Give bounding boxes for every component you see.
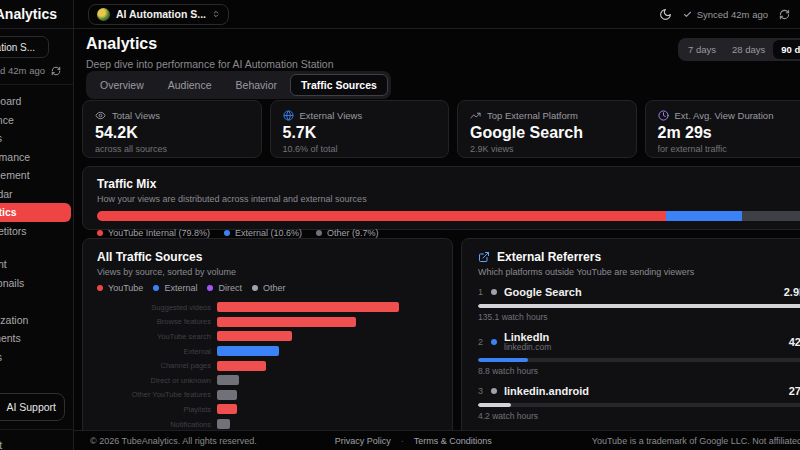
referrer-row: 2 LinkedInlinkedin.com 428 8.8 watch hou…: [478, 331, 800, 376]
referrer-bar: [478, 403, 800, 407]
stat-sub: for external traffic: [658, 144, 800, 154]
sidebar-item-optimization[interactable]: Optimization: [0, 311, 71, 330]
platform-dot: [491, 339, 497, 345]
referrer-row: 3 linkedin.android 272 4.2 watch hours: [478, 385, 800, 421]
traffic-mix-bar: [97, 211, 800, 221]
referrer-bar: [478, 304, 800, 308]
sidebar-item-videos[interactable]: Videos: [0, 129, 71, 148]
referrers-subtitle: Which platforms outside YouTube are send…: [478, 267, 800, 277]
mix-segment-external: [666, 211, 742, 221]
range-90-days[interactable]: 90 days: [773, 40, 800, 59]
sync-text: Synced 42m ago: [697, 9, 768, 20]
tab-overview[interactable]: Overview: [89, 74, 155, 96]
sidebar-item-performance[interactable]: Performance: [0, 148, 71, 167]
sidebar-item-engagement[interactable]: Engagement: [0, 166, 71, 185]
chart-bar: [217, 361, 266, 371]
sidebar-item-comments[interactable]: Comments: [0, 329, 71, 348]
all-sources-subtitle: Views by source, sorted by volume: [97, 267, 438, 277]
sidebar-item-logout[interactable]: Logout: [0, 436, 71, 450]
stat-label: Ext. Avg. View Duration: [675, 110, 774, 121]
range-7-days[interactable]: 7 days: [680, 40, 724, 59]
ai-support-button[interactable]: AI Support: [0, 393, 65, 421]
sidebar-item-thumbnails[interactable]: Thumbnails: [0, 274, 71, 293]
legend-item: External: [153, 283, 197, 293]
range-28-days[interactable]: 28 days: [724, 40, 773, 59]
sidebar-item-content[interactable]: Content: [0, 255, 71, 274]
sidebar-item-dashboard[interactable]: Dashboard: [0, 92, 71, 111]
referrer-bar: [478, 358, 800, 362]
tab-traffic-sources[interactable]: Traffic Sources: [290, 74, 388, 96]
legend-dot: [153, 285, 159, 291]
stat-value: 2m 29s: [658, 124, 800, 142]
tab-behavior[interactable]: Behavior: [225, 74, 288, 96]
all-sources-legend: YouTube External Direct Other: [97, 283, 438, 293]
sidebar-item-calendar[interactable]: Calendar: [0, 185, 71, 204]
mix-segment-youtube-internal: [97, 211, 666, 221]
stat-value: Google Search: [470, 124, 624, 142]
sidebar-item-analytics[interactable]: Analytics: [0, 203, 71, 222]
sidebar-nav: Dashboard Audience Videos Performance En…: [0, 92, 73, 385]
stat-card-external-views: External Views 5.7K 10.6% of total: [270, 100, 450, 158]
legend-item: Direct: [207, 283, 242, 293]
terms-link[interactable]: Terms & Conditions: [414, 436, 492, 446]
stat-value: 5.7K: [283, 124, 437, 142]
chart-row: YouTube search: [97, 329, 438, 344]
stat-label: External Views: [300, 110, 363, 121]
mix-segment-other: [742, 211, 800, 221]
chart-row: Direct or unknown: [97, 373, 438, 388]
legend-dot: [207, 285, 213, 291]
sidebar-item-competitors[interactable]: Competitors: [0, 222, 71, 241]
chart-row: Suggested videos: [97, 300, 438, 315]
stat-sub: across all sources: [95, 144, 249, 154]
chart-row: External: [97, 344, 438, 359]
chart-row: Other YouTube features: [97, 388, 438, 403]
sidebar-divider: [0, 84, 73, 85]
legend-dot: [224, 230, 230, 236]
chart-row: Browse features: [97, 315, 438, 330]
sidebar-section-gap: [0, 240, 73, 255]
traffic-mix-title: Traffic Mix: [97, 177, 800, 191]
legend-dot: [316, 230, 322, 236]
legend-dot: [252, 285, 258, 291]
referrers-title: External Referrers: [497, 250, 601, 264]
sidebar-item-scripts[interactable]: Scripts: [0, 348, 71, 367]
refresh-icon[interactable]: [779, 9, 790, 20]
external-link-icon: [478, 251, 490, 263]
external-referrers-card: External Referrers Which platforms outsi…: [461, 238, 800, 438]
sidebar-item-audience[interactable]: Audience: [0, 111, 71, 130]
tab-audience[interactable]: Audience: [157, 74, 223, 96]
stat-cards-row: Total Views 54.2K across all sources Ext…: [82, 100, 800, 158]
stat-sub: 10.6% of total: [283, 144, 437, 154]
legend-dot: [97, 285, 103, 291]
chart-row: Playlists: [97, 402, 438, 417]
clock-icon: [658, 110, 669, 121]
sidebar-channel-selector[interactable]: AI Automation S...: [0, 36, 49, 58]
sidebar-sync-status: Synced 42m ago: [0, 65, 73, 76]
top-bar-right: Synced 42m ago: [659, 8, 790, 21]
privacy-policy-link[interactable]: Privacy Policy: [335, 436, 391, 446]
stat-card-top-platform: Top External Platform Google Search 2.9K…: [457, 100, 637, 158]
sync-status: Synced 42m ago: [683, 9, 768, 20]
legend-dot: [97, 230, 103, 236]
channel-selector[interactable]: AI Automation S...: [88, 4, 229, 25]
chart-bar: [217, 331, 292, 341]
stat-sub: 2.9K views: [470, 144, 624, 154]
sidebar-logo-row: TubeAnalytics: [0, 0, 73, 29]
sidebar-divider-bottom: [0, 429, 73, 430]
platform-dot: [491, 289, 497, 295]
dark-mode-toggle[interactable]: [659, 8, 672, 21]
legend-item: YouTube Internal (79.8%): [97, 228, 210, 238]
channel-avatar: [97, 8, 110, 21]
sidebar-item-ideas[interactable]: Ideas: [0, 366, 71, 385]
footer: © 2026 TubeAnalytics. All rights reserve…: [74, 430, 800, 450]
page-header: Analytics Deep dive into performance for…: [86, 35, 333, 70]
sidebar: TubeAnalytics AI Automation S... Synced …: [0, 0, 74, 450]
app-window: TubeAnalytics AI Automation S... Synced …: [0, 0, 800, 450]
chart-bar: [217, 375, 239, 385]
trending-up-icon: [470, 110, 481, 121]
stat-card-avg-duration: Ext. Avg. View Duration 2m 29s for exter…: [645, 100, 800, 158]
copyright-text: © 2026 TubeAnalytics. All rights reserve…: [90, 436, 257, 446]
refresh-icon[interactable]: [51, 66, 61, 76]
sidebar-item-titles[interactable]: Titles: [0, 292, 71, 311]
chevrons-up-down-icon: [212, 10, 220, 18]
